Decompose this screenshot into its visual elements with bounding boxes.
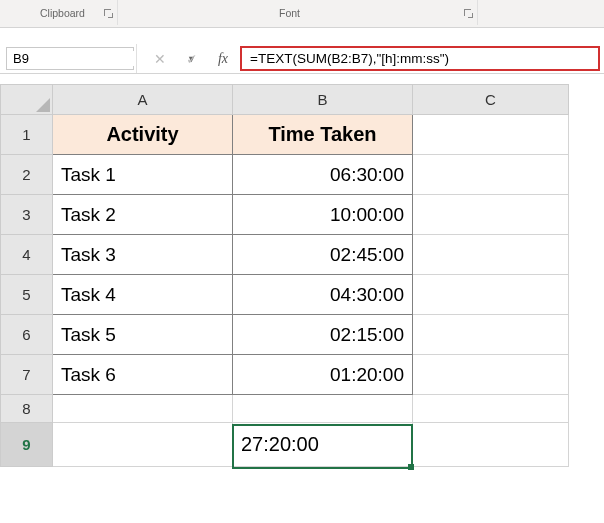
- cell-C7[interactable]: [413, 355, 569, 395]
- row-header-5[interactable]: 5: [1, 275, 53, 315]
- ribbon-group-font: Font: [118, 0, 478, 25]
- cell-B2[interactable]: 06:30:00: [233, 155, 413, 195]
- cell-C9[interactable]: [413, 423, 569, 467]
- formula-input[interactable]: [248, 50, 592, 67]
- formula-bar: ▼ ✕ ✓ fx: [0, 44, 604, 74]
- dialog-launcher-icon[interactable]: [101, 6, 115, 20]
- cell-B8[interactable]: [233, 395, 413, 423]
- cell-B7[interactable]: 01:20:00: [233, 355, 413, 395]
- cell-A6[interactable]: Task 5: [53, 315, 233, 355]
- cell-A9[interactable]: [53, 423, 233, 467]
- select-all-corner[interactable]: [1, 85, 53, 115]
- cell-B5[interactable]: 04:30:00: [233, 275, 413, 315]
- cell-A8[interactable]: [53, 395, 233, 423]
- enter-formula-button[interactable]: ✓: [176, 44, 208, 73]
- cell-A7[interactable]: Task 6: [53, 355, 233, 395]
- cell-A4[interactable]: Task 3: [53, 235, 233, 275]
- dialog-launcher-icon[interactable]: [461, 6, 475, 20]
- cell-C5[interactable]: [413, 275, 569, 315]
- cell-A1[interactable]: Activity: [53, 115, 233, 155]
- cell-A2[interactable]: Task 1: [53, 155, 233, 195]
- row-header-8[interactable]: 8: [1, 395, 53, 423]
- cell-C3[interactable]: [413, 195, 569, 235]
- column-header-C[interactable]: C: [413, 85, 569, 115]
- cell-C2[interactable]: [413, 155, 569, 195]
- row-header-2[interactable]: 2: [1, 155, 53, 195]
- ribbon-group-labels: Format Painter Clipboard Font: [0, 0, 604, 28]
- row-header-1[interactable]: 1: [1, 115, 53, 155]
- cell-A5[interactable]: Task 4: [53, 275, 233, 315]
- formula-highlight: [240, 46, 600, 71]
- cell-B4[interactable]: 02:45:00: [233, 235, 413, 275]
- cell-B9[interactable]: 27:20:00: [233, 423, 413, 467]
- ribbon-label-clipboard: Clipboard: [24, 7, 101, 19]
- cell-C1[interactable]: [413, 115, 569, 155]
- row-header-9[interactable]: 9: [1, 423, 53, 467]
- cell-B6[interactable]: 02:15:00: [233, 315, 413, 355]
- row-header-7[interactable]: 7: [1, 355, 53, 395]
- row-header-4[interactable]: 4: [1, 235, 53, 275]
- cell-C8[interactable]: [413, 395, 569, 423]
- column-header-B[interactable]: B: [233, 85, 413, 115]
- ribbon-group-clipboard: Format Painter Clipboard: [0, 0, 118, 25]
- fx-icon[interactable]: fx: [208, 44, 238, 73]
- separator: [136, 44, 144, 73]
- row-header-3[interactable]: 3: [1, 195, 53, 235]
- column-header-A[interactable]: A: [53, 85, 233, 115]
- cancel-formula-button[interactable]: ✕: [144, 44, 176, 73]
- cell-C4[interactable]: [413, 235, 569, 275]
- cell-A3[interactable]: Task 2: [53, 195, 233, 235]
- cell-B1[interactable]: Time Taken: [233, 115, 413, 155]
- cell-B3[interactable]: 10:00:00: [233, 195, 413, 235]
- row-header-6[interactable]: 6: [1, 315, 53, 355]
- cell-C6[interactable]: [413, 315, 569, 355]
- worksheet-grid[interactable]: A B C 1 Activity Time Taken 2 Task 1 06:…: [0, 84, 604, 467]
- ribbon-label-font: Font: [118, 7, 461, 19]
- name-box[interactable]: ▼: [6, 47, 134, 70]
